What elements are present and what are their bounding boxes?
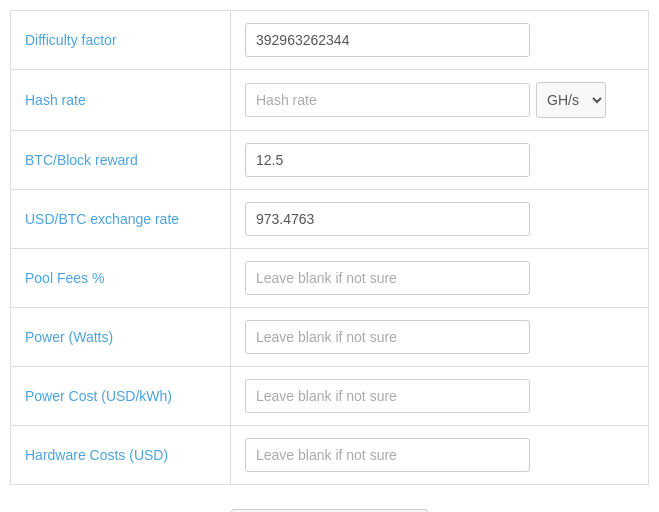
row-btc-block-reward: BTC/Block reward [11,131,649,190]
input-wrapper-hash-rate: GH/sTH/sMH/sKH/sH/s [245,82,634,118]
input-cell-difficulty-factor [231,11,649,70]
row-pool-fees: Pool Fees % [11,249,649,308]
input-power-cost[interactable] [245,379,530,413]
input-cell-hardware-costs [231,426,649,485]
input-wrapper-btc-block-reward [245,143,634,177]
input-hardware-costs[interactable] [245,438,530,472]
label-btc-block-reward: BTC/Block reward [11,131,231,190]
input-wrapper-hardware-costs [245,438,634,472]
input-pool-fees[interactable] [245,261,530,295]
input-cell-pool-fees [231,249,649,308]
label-power-cost: Power Cost (USD/kWh) [11,367,231,426]
input-cell-power-cost [231,367,649,426]
input-difficulty-factor[interactable] [245,23,530,57]
label-hash-rate: Hash rate [11,70,231,131]
input-cell-btc-block-reward [231,131,649,190]
input-wrapper-power-cost [245,379,634,413]
input-hash-rate[interactable] [245,83,530,117]
input-wrapper-difficulty-factor [245,23,634,57]
row-hardware-costs: Hardware Costs (USD) [11,426,649,485]
input-wrapper-power-watts [245,320,634,354]
row-usd-btc-exchange-rate: USD/BTC exchange rate [11,190,649,249]
label-power-watts: Power (Watts) [11,308,231,367]
label-difficulty-factor: Difficulty factor [11,11,231,70]
input-btc-block-reward[interactable] [245,143,530,177]
input-wrapper-pool-fees [245,261,634,295]
row-power-cost: Power Cost (USD/kWh) [11,367,649,426]
input-power-watts[interactable] [245,320,530,354]
input-usd-btc-exchange-rate[interactable] [245,202,530,236]
input-wrapper-usd-btc-exchange-rate [245,202,634,236]
input-cell-power-watts [231,308,649,367]
label-usd-btc-exchange-rate: USD/BTC exchange rate [11,190,231,249]
label-hardware-costs: Hardware Costs (USD) [11,426,231,485]
mining-form-table: Difficulty factorHash rateGH/sTH/sMH/sKH… [10,10,649,485]
row-power-watts: Power (Watts) [11,308,649,367]
main-container: Difficulty factorHash rateGH/sTH/sMH/sKH… [10,10,649,512]
unit-select-hash-rate[interactable]: GH/sTH/sMH/sKH/sH/s [536,82,606,118]
input-cell-usd-btc-exchange-rate [231,190,649,249]
row-difficulty-factor: Difficulty factor [11,11,649,70]
label-pool-fees: Pool Fees % [11,249,231,308]
row-hash-rate: Hash rateGH/sTH/sMH/sKH/sH/s [11,70,649,131]
input-cell-hash-rate: GH/sTH/sMH/sKH/sH/s [231,70,649,131]
